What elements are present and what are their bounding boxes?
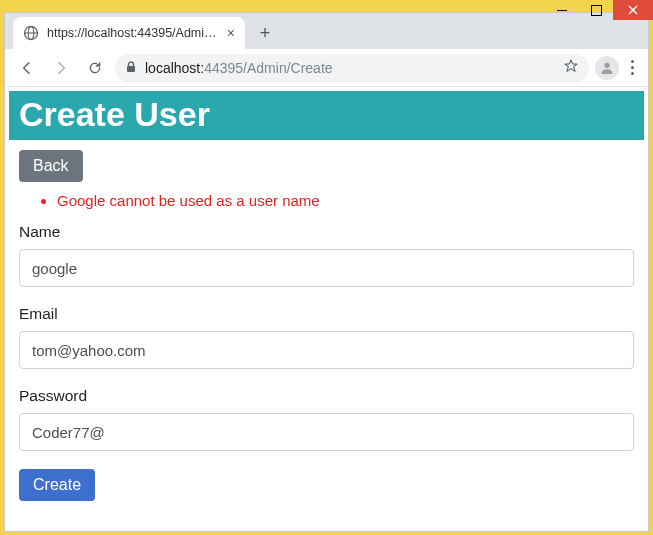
arrow-right-icon [53, 60, 69, 76]
globe-icon [23, 25, 39, 41]
back-button[interactable]: Back [19, 150, 83, 182]
name-input[interactable] [19, 249, 634, 287]
star-icon [563, 58, 579, 74]
person-icon [599, 60, 615, 76]
maximize-button[interactable] [579, 0, 613, 20]
minimize-button[interactable] [545, 0, 579, 20]
tab-title: https://localhost:44395/Admin/C [47, 26, 219, 40]
svg-point-6 [604, 62, 609, 67]
name-label: Name [19, 223, 634, 241]
dots-icon [631, 60, 634, 63]
browser-tab[interactable]: https://localhost:44395/Admin/C × [13, 17, 245, 49]
back-nav-button[interactable] [13, 54, 41, 82]
browser-window: https://localhost:44395/Admin/C × + loca… [4, 12, 649, 532]
password-label: Password [19, 387, 634, 405]
reload-icon [87, 60, 103, 76]
new-tab-button[interactable]: + [251, 19, 279, 47]
reload-button[interactable] [81, 54, 109, 82]
form-group-email: Email [19, 305, 634, 369]
form-group-name: Name [19, 223, 634, 287]
lock-icon [125, 60, 137, 76]
window-controls [545, 0, 653, 20]
close-icon [628, 5, 638, 15]
page-content: Back Google cannot be used as a user nam… [5, 140, 648, 511]
password-input[interactable] [19, 413, 634, 451]
page-viewport: Create User Back Google cannot be used a… [5, 87, 648, 531]
forward-nav-button[interactable] [47, 54, 75, 82]
url-text: localhost:44395/Admin/Create [145, 60, 555, 76]
close-window-button[interactable] [613, 0, 653, 20]
create-button[interactable]: Create [19, 469, 95, 501]
form-group-password: Password [19, 387, 634, 451]
url-input[interactable]: localhost:44395/Admin/Create [115, 54, 589, 82]
email-input[interactable] [19, 331, 634, 369]
browser-menu-button[interactable] [625, 54, 640, 81]
svg-rect-5 [127, 66, 135, 72]
arrow-left-icon [19, 60, 35, 76]
profile-button[interactable] [595, 56, 619, 80]
page-title: Create User [9, 91, 644, 140]
validation-error-item: Google cannot be used as a user name [57, 192, 634, 209]
bookmark-button[interactable] [563, 58, 579, 77]
address-bar: localhost:44395/Admin/Create [5, 49, 648, 87]
validation-errors: Google cannot be used as a user name [57, 192, 634, 209]
tab-close-icon[interactable]: × [227, 25, 235, 41]
email-label: Email [19, 305, 634, 323]
